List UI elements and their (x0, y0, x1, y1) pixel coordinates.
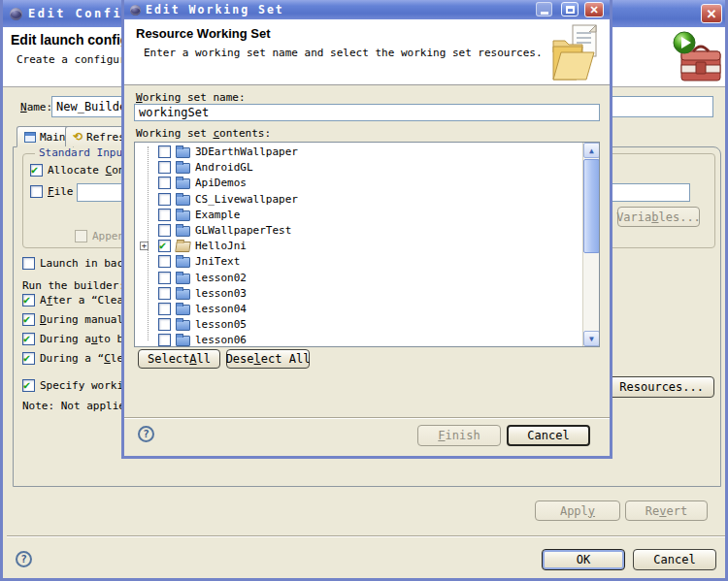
tree-item-checkbox[interactable] (158, 240, 171, 252)
launch-background-checkbox[interactable] (22, 257, 35, 270)
run-builder-label: Run the builder: (22, 279, 125, 292)
scroll-up-arrow[interactable]: ▲ (583, 143, 600, 158)
tree-item[interactable]: AndroidGL (135, 160, 582, 176)
during-auto-checkbox[interactable] (22, 333, 35, 345)
tree-item-checkbox[interactable] (158, 193, 171, 206)
append-checkbox[interactable] (75, 230, 87, 242)
folder-open-icon (175, 242, 191, 252)
scroll-down-arrow[interactable]: ▼ (583, 331, 600, 346)
dialog-header-band: Resource Working Set Enter a working set… (124, 19, 610, 85)
after-clean-row: After a “Clean” (22, 294, 136, 307)
tree-item[interactable]: lesson02 (135, 271, 582, 286)
during-manual-checkbox[interactable] (22, 313, 35, 326)
eclipse-dialog-icon (130, 5, 141, 16)
working-set-tree: 3DEarthWallpaperAndroidGLApiDemosCS_Live… (134, 142, 600, 347)
tree-item[interactable]: ApiDemos (135, 176, 582, 191)
working-set-name-label: Working set name: (136, 91, 246, 104)
folder-closed-icon (176, 274, 190, 284)
tree-item-checkbox[interactable] (158, 145, 171, 158)
tree-item-checkbox[interactable] (158, 161, 171, 174)
name-label: Name: (20, 101, 52, 113)
finish-button[interactable]: Finish (417, 425, 501, 446)
revert-button[interactable]: Revert (625, 500, 708, 521)
dialog-close-button[interactable]: ✕ (584, 2, 604, 17)
file-checkbox[interactable] (30, 185, 43, 198)
file-row: File (30, 185, 74, 198)
tree-item-label: lesson03 (195, 287, 247, 300)
tree-item-label: GLWallpaperTest (195, 224, 291, 237)
folder-closed-icon (176, 226, 190, 237)
tree-item-label: 3DEarthWallpaper (195, 145, 298, 158)
dialog-maximize-button[interactable] (561, 2, 579, 16)
footer-separator (7, 535, 725, 537)
tree-item[interactable]: lesson04 (135, 302, 582, 317)
specify-working-checkbox[interactable] (22, 379, 35, 392)
tree-item-checkbox[interactable] (158, 272, 171, 284)
working-set-folder-icon (549, 23, 600, 81)
deselect-all-button[interactable]: Deselect All (226, 349, 310, 369)
allocate-console-checkbox[interactable] (30, 164, 43, 177)
dialog-cancel-button[interactable]: Cancel (507, 425, 590, 446)
folder-closed-icon (176, 320, 190, 331)
working-set-name-input[interactable] (134, 104, 600, 121)
tree-item-label: HelloJni (195, 240, 247, 252)
tree-item-label: lesson02 (195, 272, 247, 284)
tree-item-label: JniText (195, 255, 240, 268)
tree-item-label: ApiDemos (195, 177, 247, 189)
tree-item-label: lesson04 (195, 303, 247, 315)
dialog-help-icon[interactable]: ? (138, 426, 154, 442)
external-tools-toolbox-icon (672, 30, 722, 84)
edit-working-set-dialog: Edit Working Set ✕ Resource Working Set … (121, 0, 612, 459)
tree-item-checkbox[interactable] (158, 209, 171, 221)
tree-scrollbar[interactable]: ▲ ▼ (582, 143, 599, 346)
tree-item-checkbox[interactable] (158, 334, 171, 346)
tree-item-checkbox[interactable] (158, 177, 171, 189)
tree-item-checkbox[interactable] (158, 318, 171, 331)
folder-closed-icon (176, 305, 190, 315)
tree-item-checkbox[interactable] (158, 255, 171, 268)
tree-item-label: lesson06 (195, 334, 247, 346)
tree-item[interactable]: CS_Livewallpaper (135, 192, 582, 208)
dialog-titlebar: Edit Working Set ✕ (124, 0, 610, 19)
select-all-button[interactable]: Select All (138, 349, 220, 369)
tree-item[interactable]: Example (135, 208, 582, 223)
dialog-header-description: Enter a working set name and select the … (144, 47, 543, 59)
folder-closed-icon (176, 147, 190, 158)
folder-closed-icon (176, 210, 190, 221)
ok-button[interactable]: OK (542, 549, 625, 570)
tree-item[interactable]: +HelloJni (135, 239, 582, 254)
tree-item[interactable]: 3DEarthWallpaper (135, 145, 582, 160)
help-icon[interactable]: ? (16, 551, 32, 567)
specify-working-row: Specify working (22, 379, 136, 392)
folder-closed-icon (176, 178, 190, 189)
main-close-button[interactable]: ✕ (701, 4, 722, 23)
tree-item[interactable]: JniText (135, 254, 582, 270)
folder-closed-icon (176, 336, 190, 346)
expander-plus-icon[interactable]: + (140, 242, 149, 250)
scrollbar-thumb[interactable] (583, 159, 600, 253)
folder-closed-icon (176, 289, 190, 300)
folder-closed-icon (176, 257, 190, 268)
tree-item-label: lesson05 (195, 318, 247, 331)
file-label: File (48, 185, 74, 198)
dialog-title: Edit Working Set (146, 3, 284, 16)
tree-item[interactable]: lesson03 (135, 286, 582, 302)
during-clean-checkbox[interactable] (22, 352, 35, 365)
tree-item-label: Example (195, 209, 240, 221)
tree-item[interactable]: GLWallpaperTest (135, 223, 582, 239)
tree-item-checkbox[interactable] (158, 287, 171, 300)
folder-closed-icon (176, 195, 190, 206)
tree-item[interactable]: lesson06 (135, 333, 582, 347)
variables-button[interactable]: Variables... (617, 207, 700, 227)
after-clean-checkbox[interactable] (22, 294, 35, 307)
eclipse-app-icon (10, 8, 22, 20)
dialog-footer-separator (124, 417, 610, 419)
dialog-minimize-button[interactable] (536, 2, 552, 16)
apply-button[interactable]: Apply (535, 500, 620, 521)
main-cancel-button[interactable]: Cancel (633, 549, 716, 570)
tree-item-label: CS_Livewallpaper (195, 193, 298, 206)
tree-item[interactable]: lesson05 (135, 317, 582, 333)
tree-item-label: AndroidGL (195, 161, 253, 174)
tree-item-checkbox[interactable] (158, 224, 171, 237)
tree-item-checkbox[interactable] (158, 303, 171, 315)
